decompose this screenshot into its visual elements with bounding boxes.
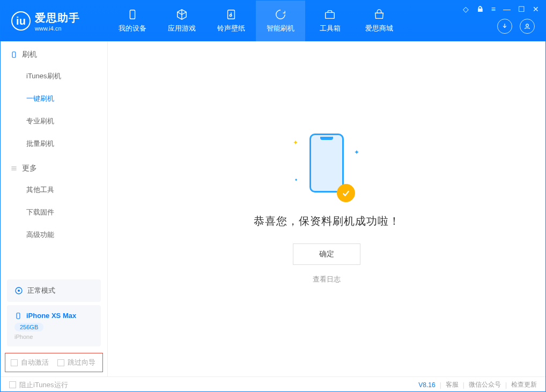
tab-store[interactable]: 爱思商城 (355, 1, 404, 41)
svg-rect-0 (130, 10, 135, 19)
tab-apps-games[interactable]: 应用游戏 (157, 1, 206, 41)
svg-point-10 (18, 290, 20, 292)
device-info-box[interactable]: iPhone XS Max 256GB iPhone (7, 305, 101, 346)
version-label: V8.16 (418, 381, 435, 389)
device-mode-box[interactable]: 正常模式 (7, 279, 101, 302)
sparkle-icon: ✦ (293, 139, 298, 146)
svg-point-2 (230, 14, 232, 17)
cube-icon (176, 9, 188, 20)
user-icon[interactable] (520, 19, 535, 34)
store-icon (373, 9, 385, 20)
sidebar-item-pro-flash[interactable]: 专业刷机 (1, 110, 107, 132)
checkbox-auto-activate[interactable]: 自动激活 (11, 358, 49, 367)
tab-label: 应用游戏 (168, 24, 196, 33)
phone-outline-icon (10, 51, 18, 58)
tab-ringtones-wallpapers[interactable]: 铃声壁纸 (206, 1, 256, 41)
checkbox-block-itunes[interactable]: 阻止iTunes运行 (9, 380, 68, 390)
app-title: 爱思助手 (35, 11, 80, 25)
svg-point-4 (526, 24, 529, 27)
tab-label: 爱思商城 (365, 24, 393, 33)
sidebar: 刷机 iTunes刷机 一键刷机 专业刷机 批量刷机 更多 其他工具 下载固件 … (1, 41, 108, 376)
footer-link-support[interactable]: 客服 (446, 380, 459, 389)
group-title: 更多 (22, 164, 37, 173)
device-type: iPhone (14, 334, 93, 340)
sidebar-group-flash: 刷机 (1, 41, 107, 65)
header-action-icons (497, 19, 535, 34)
app-header: iu 爱思助手 www.i4.cn 我的设备 应用游戏 铃声壁纸 智能刷机 工具… (1, 1, 545, 41)
sidebar-item-onekey-flash[interactable]: 一键刷机 (1, 87, 107, 110)
app-logo-icon: iu (11, 11, 31, 31)
tab-my-device[interactable]: 我的设备 (108, 1, 157, 41)
maximize-button[interactable]: ☐ (518, 5, 525, 13)
checkbox-label: 自动激活 (21, 358, 49, 367)
view-log-link[interactable]: 查看日志 (313, 275, 341, 284)
checkbox-label: 阻止iTunes运行 (19, 380, 68, 390)
sparkle-icon: • (295, 176, 297, 184)
checkbox-icon (9, 381, 16, 388)
footer-link-update[interactable]: 检查更新 (511, 380, 537, 389)
music-file-icon (225, 9, 237, 20)
sparkle-icon: ✦ (354, 149, 359, 156)
mode-label: 正常模式 (27, 286, 55, 295)
tab-smart-flash[interactable]: 智能刷机 (256, 1, 305, 41)
success-message: 恭喜您，保资料刷机成功啦！ (254, 214, 400, 228)
window-controls: ◇ 🔒︎ ≡ — ☐ ✕ (463, 5, 539, 13)
download-icon[interactable] (497, 19, 512, 34)
svg-rect-5 (12, 52, 16, 58)
phone-icon (127, 9, 138, 20)
highlighted-checkbox-row: 自动激活 跳过向导 (5, 353, 103, 372)
success-illustration: ✦ ✦ • (302, 134, 351, 198)
lock-icon[interactable]: 🔒︎ (476, 5, 484, 13)
sidebar-item-advanced[interactable]: 高级功能 (1, 224, 107, 246)
phone-illustration-icon (309, 134, 344, 193)
tab-label: 我的设备 (119, 24, 146, 33)
tab-label: 智能刷机 (267, 24, 294, 33)
main-content: ✦ ✦ • 恭喜您，保资料刷机成功啦！ 确定 查看日志 (108, 41, 545, 376)
device-storage: 256GB (14, 323, 43, 331)
refresh-shield-icon (275, 9, 286, 20)
checkbox-icon (57, 359, 64, 366)
shirt-icon[interactable]: ◇ (463, 5, 469, 13)
menu-icon[interactable]: ≡ (491, 5, 496, 13)
status-bar: 阻止iTunes运行 V8.16 | 客服 | 微信公众号 | 检查更新 (1, 376, 545, 392)
ok-button[interactable]: 确定 (293, 243, 360, 265)
nav-tabs: 我的设备 应用游戏 铃声壁纸 智能刷机 工具箱 爱思商城 (108, 1, 404, 41)
checkbox-skip-guide[interactable]: 跳过向导 (57, 358, 95, 367)
logo-section: iu 爱思助手 www.i4.cn (1, 11, 108, 32)
sidebar-item-download-firmware[interactable]: 下载固件 (1, 201, 107, 224)
sidebar-item-batch-flash[interactable]: 批量刷机 (1, 132, 107, 155)
close-button[interactable]: ✕ (533, 5, 539, 13)
checkbox-icon (11, 359, 18, 366)
list-icon (10, 165, 18, 172)
sidebar-item-itunes-flash[interactable]: iTunes刷机 (1, 65, 107, 87)
minimize-button[interactable]: — (503, 5, 511, 13)
group-title: 刷机 (22, 50, 37, 60)
tab-label: 铃声壁纸 (217, 24, 245, 33)
footer-link-wechat[interactable]: 微信公众号 (469, 380, 501, 389)
checkbox-label: 跳过向导 (68, 358, 95, 367)
tab-label: 工具箱 (320, 24, 341, 33)
device-name: iPhone XS Max (26, 312, 76, 320)
sync-icon (14, 286, 23, 295)
sidebar-group-more: 更多 (1, 155, 107, 179)
check-badge-icon (337, 184, 355, 202)
device-icon (14, 312, 22, 320)
svg-rect-3 (326, 12, 335, 18)
svg-rect-11 (17, 313, 20, 319)
sidebar-item-other-tools[interactable]: 其他工具 (1, 179, 107, 201)
app-url: www.i4.cn (35, 25, 80, 32)
toolbox-icon (324, 9, 336, 20)
tab-toolbox[interactable]: 工具箱 (305, 1, 355, 41)
